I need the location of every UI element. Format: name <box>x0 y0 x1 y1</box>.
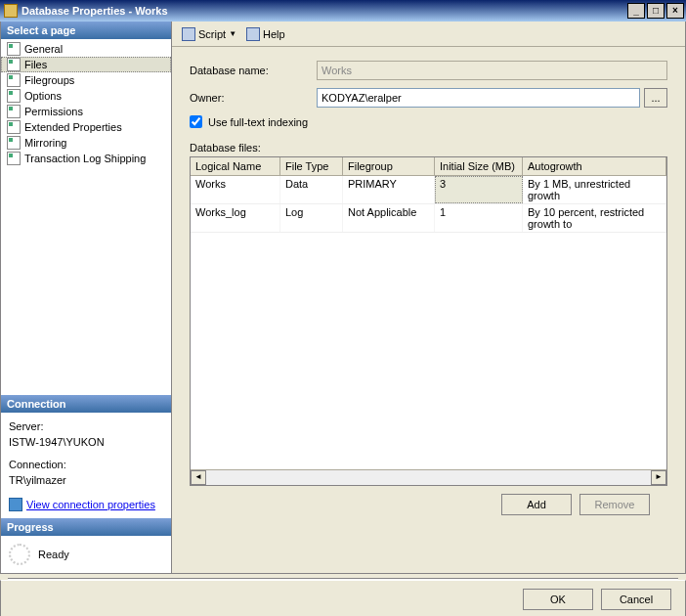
cell-filegroup[interactable]: PRIMARY <box>343 176 435 203</box>
connection-header: Connection <box>1 395 171 413</box>
cell-initial-size[interactable]: 3 <box>435 176 523 203</box>
fulltext-checkbox[interactable]: Use full-text indexing <box>190 115 667 128</box>
connection-value: TR\yilmazer <box>9 472 163 489</box>
sidebar-item-label: Filegroups <box>24 74 74 86</box>
fulltext-check-input[interactable] <box>190 115 202 128</box>
sidebar: Select a page General Files Filegroups O… <box>1 22 172 573</box>
page-icon <box>7 73 21 87</box>
dbname-field <box>317 61 667 80</box>
connection-icon <box>9 498 22 511</box>
main-panel: Script ▼ Help Database name: Owner: ... … <box>172 22 685 573</box>
sidebar-item-filegroups[interactable]: Filegroups <box>1 72 171 88</box>
help-label: Help <box>263 28 285 40</box>
sidebar-item-label: Mirroring <box>24 137 66 149</box>
sidebar-item-extended-properties[interactable]: Extended Properties <box>1 119 171 135</box>
help-button[interactable]: Help <box>242 25 289 43</box>
sidebar-item-label: Permissions <box>24 106 83 117</box>
sidebar-item-label: Transaction Log Shipping <box>24 153 146 164</box>
cell-filegroup[interactable]: Not Applicable <box>343 204 435 232</box>
cell-file-type[interactable]: Data <box>280 176 343 203</box>
script-icon <box>182 27 195 41</box>
scroll-left-icon[interactable]: ◄ <box>191 470 206 485</box>
close-button[interactable]: × <box>666 3 684 19</box>
script-label: Script <box>198 28 226 40</box>
col-autogrowth[interactable]: Autogrowth <box>523 157 666 175</box>
add-button[interactable]: Add <box>501 494 572 515</box>
cell-logical-name[interactable]: Works <box>191 176 280 203</box>
scroll-right-icon[interactable]: ► <box>651 470 666 485</box>
select-page-header: Select a page <box>1 22 171 39</box>
col-file-type[interactable]: File Type <box>280 157 343 175</box>
cell-autogrowth[interactable]: By 10 percent, restricted growth to <box>523 204 666 232</box>
cell-file-type[interactable]: Log <box>280 204 343 232</box>
help-icon <box>246 27 260 41</box>
remove-button: Remove <box>579 494 650 515</box>
grid-header: Logical Name File Type Filegroup Initial… <box>191 157 666 176</box>
col-logical-name[interactable]: Logical Name <box>191 157 280 175</box>
progress-header: Progress <box>1 518 171 536</box>
sidebar-item-label: Files <box>24 59 47 70</box>
sidebar-item-label: General <box>24 43 63 55</box>
col-initial-size[interactable]: Initial Size (MB) <box>435 157 523 175</box>
server-label: Server: <box>9 418 163 435</box>
owner-browse-button[interactable]: ... <box>644 88 667 108</box>
cancel-button[interactable]: Cancel <box>601 589 671 610</box>
sidebar-item-files[interactable]: Files <box>1 57 171 72</box>
table-row[interactable]: Works Data PRIMARY 3 By 1 MB, unrestrict… <box>191 176 666 204</box>
sidebar-item-tlog-shipping[interactable]: Transaction Log Shipping <box>1 151 171 166</box>
connection-label: Connection: <box>9 457 163 473</box>
view-connection-label: View connection properties <box>26 497 155 513</box>
scroll-track[interactable] <box>206 470 651 485</box>
database-files-grid[interactable]: Logical Name File Type Filegroup Initial… <box>190 156 667 486</box>
toolbar: Script ▼ Help <box>172 22 685 47</box>
minimize-button[interactable]: _ <box>627 3 645 19</box>
sidebar-item-options[interactable]: Options <box>1 88 171 104</box>
ok-button[interactable]: OK <box>523 589 593 610</box>
server-value: ISTW-1947\YUKON <box>9 434 163 451</box>
page-icon <box>7 105 21 118</box>
progress-spinner-icon <box>9 544 30 565</box>
progress-status: Ready <box>38 549 69 560</box>
cell-initial-size[interactable]: 1 <box>435 204 523 232</box>
page-icon <box>7 136 21 150</box>
title-bar: Database Properties - Works _ □ × <box>0 0 686 22</box>
col-filegroup[interactable]: Filegroup <box>343 157 435 175</box>
cell-autogrowth[interactable]: By 1 MB, unrestricted growth <box>523 176 666 203</box>
page-icon <box>7 120 21 134</box>
sidebar-item-mirroring[interactable]: Mirroring <box>1 135 171 151</box>
cell-logical-name[interactable]: Works_log <box>191 204 280 232</box>
sidebar-item-label: Extended Properties <box>24 121 122 133</box>
owner-field[interactable] <box>317 88 640 108</box>
dropdown-icon: ▼ <box>229 29 236 38</box>
sidebar-item-general[interactable]: General <box>1 41 171 57</box>
page-list: General Files Filegroups Options Permiss… <box>1 39 171 168</box>
app-icon <box>4 4 18 18</box>
script-button[interactable]: Script ▼ <box>178 25 240 43</box>
sidebar-item-permissions[interactable]: Permissions <box>1 104 171 119</box>
page-icon <box>7 42 21 56</box>
dialog-footer: OK Cancel <box>0 580 686 616</box>
database-files-label: Database files: <box>190 142 667 154</box>
grid-hscrollbar[interactable]: ◄ ► <box>191 469 666 485</box>
table-row[interactable]: Works_log Log Not Applicable 1 By 10 per… <box>191 204 666 233</box>
window-title: Database Properties - Works <box>21 5 168 17</box>
maximize-button[interactable]: □ <box>647 3 665 19</box>
owner-label: Owner: <box>190 92 317 104</box>
view-connection-properties-link[interactable]: View connection properties <box>9 497 163 513</box>
fulltext-label: Use full-text indexing <box>208 116 308 128</box>
dbname-label: Database name: <box>190 65 317 76</box>
page-icon <box>7 89 21 103</box>
page-icon <box>7 152 21 165</box>
sidebar-item-label: Options <box>24 90 62 102</box>
page-icon <box>7 58 21 71</box>
